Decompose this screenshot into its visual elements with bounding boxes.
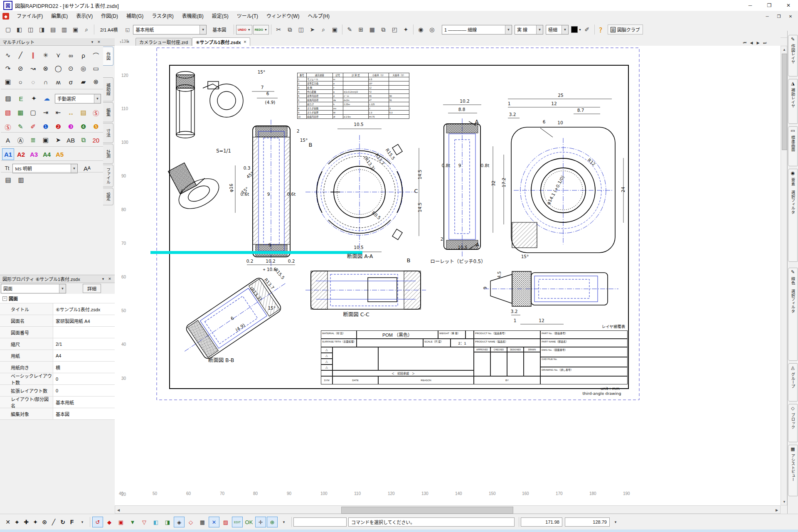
horizontal-scrollbar[interactable]: ◀ ▶: [115, 505, 781, 514]
edit-tool-icon[interactable]: ◫: [296, 25, 306, 35]
dim-label[interactable]: 14.5: [417, 202, 422, 212]
file-tool-icon[interactable]: ▣: [70, 25, 81, 35]
property-value[interactable]: 横: [53, 364, 115, 371]
detail-button[interactable]: 詳細: [83, 284, 101, 293]
menu-設定(S)[interactable]: 設定(S): [208, 12, 233, 21]
raster-tool-icon[interactable]: ✎: [345, 25, 355, 35]
color-swatch[interactable]: [571, 26, 578, 33]
close-button[interactable]: ✕: [779, 0, 798, 11]
palette-tool-icon[interactable]: ∿: [2, 49, 14, 61]
display-tool-icon[interactable]: ◉: [416, 25, 426, 35]
vertical-scroll-thumb[interactable]: [782, 54, 787, 150]
right-tab-ブロック[interactable]: ◇ブロック: [788, 404, 798, 442]
file-tool-icon[interactable]: ◧: [14, 25, 25, 35]
dim-label[interactable]: unit : mm: [601, 386, 620, 391]
chevron-down-icon[interactable]: ▼: [562, 25, 568, 34]
palette-tab-作図[interactable]: 作図: [103, 47, 113, 66]
text-preset-A3[interactable]: A3: [28, 148, 40, 160]
palette-tool-icon[interactable]: ▣: [40, 134, 52, 146]
palette-tool-icon[interactable]: ↝: [27, 63, 39, 74]
palette-tool-icon[interactable]: ❹: [78, 121, 89, 133]
palette-tab-計測[interactable]: 計測: [103, 144, 113, 164]
dim-label[interactable]: 7: [261, 85, 264, 90]
mode-overflow-icon[interactable]: ▾: [278, 517, 289, 527]
edit-tool-icon[interactable]: ⌕: [318, 25, 329, 35]
dim-label[interactable]: 0.8t: [481, 163, 490, 168]
mode-icon[interactable]: EDIT: [232, 517, 243, 527]
dim-label[interactable]: A: [476, 241, 480, 248]
close-icon[interactable]: ✕: [96, 39, 102, 45]
text-preset-A2[interactable]: A2: [15, 148, 27, 160]
dim-label[interactable]: 6: [266, 91, 269, 96]
palette-tool-icon[interactable]: ◯: [52, 63, 64, 74]
menu-編集(E)[interactable]: 編集(E): [47, 12, 72, 21]
drawing-canvas[interactable]: 15°76(4.9)215°B0.345°φ1615°0.6t90.6t90.2…: [115, 46, 781, 505]
dim-label[interactable]: 0.6t: [241, 192, 249, 197]
palette-tab-寸法[interactable]: 寸法: [103, 123, 113, 143]
property-value[interactable]: 基本用紙: [53, 399, 115, 406]
mode-icon[interactable]: ✛: [255, 517, 266, 527]
mode-icon[interactable]: ↺: [92, 517, 103, 527]
dim-label[interactable]: φ16: [229, 184, 234, 192]
prev-page-icon[interactable]: ◀: [748, 40, 755, 46]
property-value[interactable]: 0: [53, 377, 115, 382]
help-icon[interactable]: ？: [597, 25, 607, 35]
palette-tool-icon[interactable]: ▣: [2, 76, 14, 88]
edit-tool-icon[interactable]: ✂: [273, 25, 284, 35]
dim-label[interactable]: 9: [483, 287, 488, 290]
palette-tool-icon[interactable]: E: [15, 93, 27, 104]
dim-label[interactable]: 12: [551, 101, 557, 106]
palette-tool-icon[interactable]: ρ: [78, 49, 89, 61]
close-icon[interactable]: ✕: [106, 276, 113, 282]
palette-tool-icon[interactable]: ❸: [65, 121, 76, 133]
snap-icon[interactable]: ✚: [22, 517, 31, 527]
dim-label[interactable]: 9: [268, 242, 271, 247]
palette-tool-icon[interactable]: ❺: [90, 121, 102, 133]
dim-label[interactable]: 断面図 A-A: [347, 253, 373, 259]
paper-icon[interactable]: ◱: [122, 25, 133, 35]
mode-icon[interactable]: ▣: [116, 517, 126, 527]
tab-close-icon[interactable]: ✕: [244, 40, 247, 44]
dim-label[interactable]: 6: [543, 119, 546, 124]
file-tool-icon[interactable]: ▥: [59, 25, 69, 35]
right-tab-補助レイヤ[interactable]: ◮補助レイヤ: [788, 79, 798, 124]
mode-icon[interactable]: ◈: [174, 517, 185, 527]
palette-tool-icon[interactable]: ✳: [40, 49, 52, 61]
palette-tool-icon[interactable]: ▤: [78, 107, 89, 118]
file-tool-icon[interactable]: ▢: [3, 25, 13, 35]
last-page-icon[interactable]: ⏭: [761, 40, 768, 46]
coord-overflow-icon[interactable]: ▾: [610, 517, 621, 527]
pin-icon[interactable]: ▾: [89, 39, 96, 45]
mode-icon[interactable]: ▼: [127, 517, 138, 527]
snap-overflow-icon[interactable]: ▾: [77, 517, 88, 527]
menu-ウィンドウ(W)[interactable]: ウィンドウ(W): [262, 12, 303, 21]
property-value[interactable]: 基本図: [53, 411, 115, 417]
child-minimize-button[interactable]: ─: [761, 12, 773, 20]
club-button[interactable]: 図 図脳クラブ: [608, 25, 643, 34]
snap-icon[interactable]: ╱: [49, 517, 58, 527]
dim-label[interactable]: S=1/1: [216, 148, 231, 154]
menu-ラスタ(R)[interactable]: ラスタ(R): [148, 12, 177, 21]
palette-tool-icon[interactable]: ≣: [27, 134, 39, 146]
dim-label[interactable]: 2: [441, 236, 443, 241]
chevron-down-icon[interactable]: ▼: [505, 25, 512, 34]
palette-tab-編集[interactable]: 編集: [103, 102, 113, 122]
mode-icon[interactable]: ▦: [197, 517, 208, 527]
snap-icon[interactable]: ⌖: [12, 517, 22, 527]
palette-tool-icon[interactable]: ▤: [2, 174, 14, 186]
gear-spec-table[interactable]: 番号諸元項目記号計 算 式小歯車（1）大歯車（2）1モジュールm0.52基準圧力…: [297, 73, 409, 119]
mode-icon[interactable]: ◇: [185, 517, 196, 527]
palette-tool-icon[interactable]: ⌒: [90, 49, 102, 61]
dim-label[interactable]: 14.5: [417, 170, 422, 179]
palette-tool-icon[interactable]: Ⓢ: [90, 107, 102, 118]
palette-tool-icon[interactable]: ▨: [2, 93, 14, 104]
palette-tool-icon[interactable]: σ: [65, 76, 76, 88]
palette-tool-icon[interactable]: ∩: [40, 76, 52, 88]
raster-tool-icon[interactable]: ⧉: [378, 25, 389, 35]
palette-tool-icon[interactable]: 20: [90, 134, 102, 146]
mode-icon[interactable]: ▨: [220, 517, 231, 527]
maximize-button[interactable]: ❐: [760, 0, 779, 11]
palette-tool-icon[interactable]: AB: [65, 134, 76, 146]
snap-icon[interactable]: ⊙: [40, 517, 49, 527]
raster-tool-icon[interactable]: ◰: [389, 25, 400, 35]
